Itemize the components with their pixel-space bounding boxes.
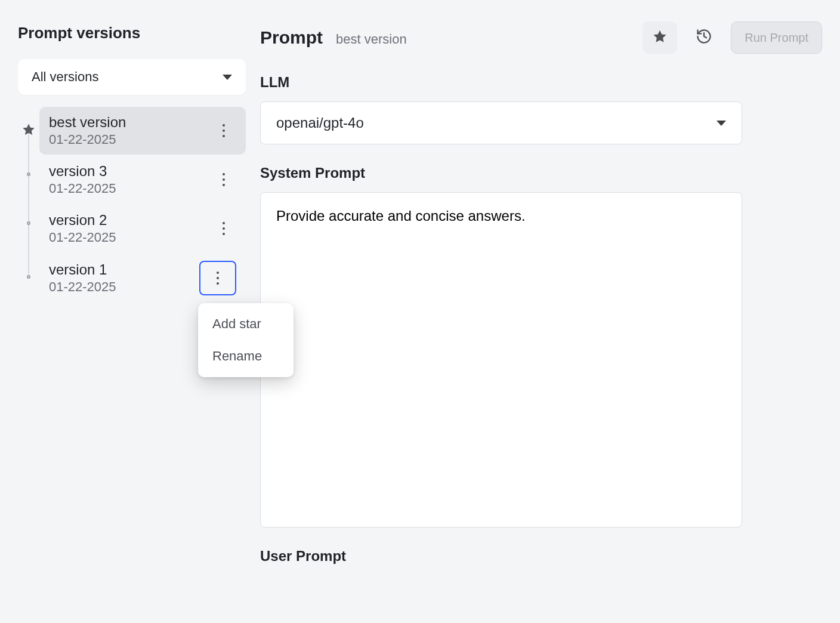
version-date: 01-22-2025: [49, 132, 126, 147]
page-subtitle: best version: [336, 32, 407, 47]
user-prompt-section: User Prompt: [260, 548, 742, 565]
sidebar-title: Prompt versions: [18, 24, 246, 42]
version-row: best version 01-22-2025: [18, 107, 246, 155]
system-prompt-label: System Prompt: [260, 165, 742, 181]
kebab-icon: [223, 222, 225, 235]
version-name: version 2: [49, 212, 116, 229]
star-icon: [652, 29, 668, 47]
history-icon: [696, 28, 712, 47]
version-name: version 3: [49, 163, 116, 180]
version-menu-button[interactable]: [211, 118, 236, 143]
version-menu-button[interactable]: [211, 167, 236, 192]
version-list: best version 01-22-2025 version 3 01-22-…: [18, 107, 246, 303]
run-prompt-label: Run Prompt: [745, 31, 808, 45]
system-prompt-section: System Prompt: [260, 165, 742, 530]
version-marker: [18, 122, 39, 137]
llm-select[interactable]: openai/gpt-4o: [260, 101, 742, 144]
version-context-menu: Add star Rename: [198, 303, 294, 377]
caret-down-icon: [717, 121, 726, 126]
dot-icon: [27, 221, 30, 225]
version-item-best[interactable]: best version 01-22-2025: [39, 107, 246, 155]
llm-value: openai/gpt-4o: [276, 115, 364, 131]
version-filter-select[interactable]: All versions: [18, 59, 246, 95]
caret-down-icon: [223, 75, 232, 80]
version-filter-label: All versions: [32, 69, 98, 85]
version-row: version 3 01-22-2025: [18, 156, 246, 203]
run-prompt-button[interactable]: Run Prompt: [731, 21, 822, 54]
version-menu-button[interactable]: [211, 216, 236, 241]
version-marker: [18, 275, 39, 279]
main-panel: Prompt best version Run P: [260, 18, 822, 623]
kebab-icon: [217, 272, 219, 285]
page-title: Prompt: [260, 27, 323, 48]
version-menu-button[interactable]: [199, 261, 236, 295]
version-date: 01-22-2025: [49, 181, 116, 196]
version-marker: [18, 221, 39, 225]
main-header: Prompt best version Run P: [260, 21, 822, 54]
context-menu-rename[interactable]: Rename: [198, 340, 294, 372]
version-name: best version: [49, 114, 126, 131]
llm-label: LLM: [260, 74, 742, 91]
system-prompt-input[interactable]: [260, 192, 742, 528]
version-row: version 1 01-22-2025: [18, 254, 246, 303]
version-date: 01-22-2025: [49, 230, 116, 245]
user-prompt-label: User Prompt: [260, 548, 742, 565]
kebab-icon: [223, 173, 225, 186]
star-icon: [21, 122, 36, 137]
version-name: version 1: [49, 261, 116, 278]
star-button[interactable]: [643, 21, 677, 54]
context-menu-add-star[interactable]: Add star: [198, 308, 294, 340]
version-marker: [18, 172, 39, 176]
version-date: 01-22-2025: [49, 279, 116, 295]
dot-icon: [27, 275, 30, 279]
history-button[interactable]: [687, 21, 721, 54]
version-row: version 2 01-22-2025: [18, 205, 246, 252]
sidebar: Prompt versions All versions best versio…: [18, 18, 246, 623]
kebab-icon: [223, 124, 225, 137]
version-item-1[interactable]: version 1 01-22-2025: [39, 254, 246, 303]
llm-section: LLM openai/gpt-4o: [260, 74, 742, 144]
dot-icon: [27, 172, 30, 176]
version-item-3[interactable]: version 3 01-22-2025: [39, 156, 246, 203]
version-item-2[interactable]: version 2 01-22-2025: [39, 205, 246, 252]
